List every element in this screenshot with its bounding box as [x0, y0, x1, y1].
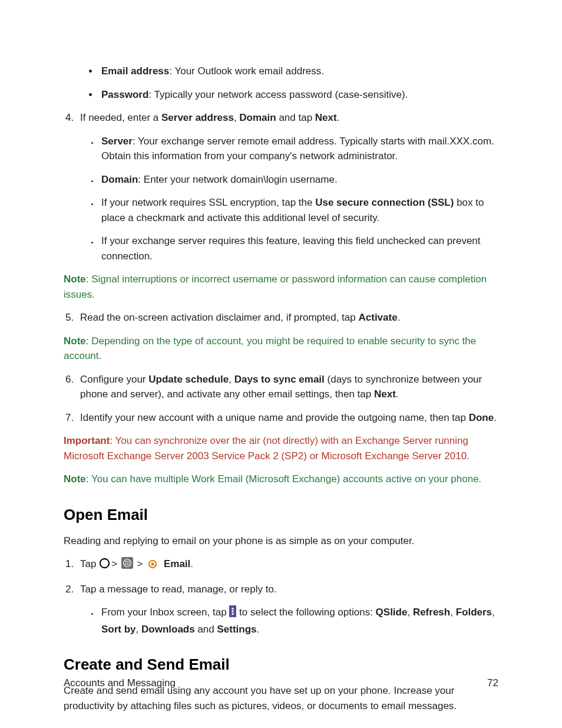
text: Configure your [80, 374, 148, 385]
sub-domain: Domain: Enter your network domain\login … [99, 172, 501, 187]
footer-section-title: Accounts and Messaging [64, 677, 176, 689]
bold: Settings [217, 624, 257, 635]
important-note: Important: You can synchronize over the … [64, 433, 501, 463]
bullet-email-address: Email address: Your Outlook work email a… [99, 64, 501, 79]
text: . [494, 412, 497, 423]
label: Email address [101, 65, 169, 77]
bold: Sort by [101, 624, 136, 635]
page-content: Email address: Your Outlook work email a… [64, 64, 501, 722]
label: Server [101, 136, 133, 147]
note-1: Note: Signal interruptions or incorrect … [64, 272, 501, 302]
open-step-2: Tap a message to read, manage, or reply … [77, 582, 501, 637]
bold: QSlide [376, 607, 408, 618]
heading-open-email: Open Email [64, 503, 501, 526]
note-text: : You can have multiple Work Email (Micr… [86, 473, 482, 485]
step-6: Configure your Update schedule, Days to … [77, 372, 501, 402]
text: , [234, 112, 239, 123]
text: If your exchange server requires this fe… [101, 235, 481, 262]
svg-point-10 [127, 564, 128, 565]
sub-ssl: If your network requires SSL encryption,… [99, 195, 501, 225]
bold: Done [469, 412, 494, 423]
bold: Server address [161, 112, 234, 123]
app-drawer-icon [121, 557, 133, 574]
label: Domain [101, 174, 138, 185]
text: , [136, 624, 141, 635]
footer-page-number: 72 [487, 677, 498, 689]
svg-point-8 [128, 562, 130, 564]
label: Password [101, 89, 148, 100]
text: Read the on-screen activation disclaimer… [80, 312, 358, 323]
open-email-steps: Tap > > Email. Tap a message to read, ma… [77, 556, 501, 637]
bold: Next [315, 112, 337, 123]
svg-point-7 [127, 562, 128, 564]
note-label: Note [64, 335, 86, 347]
text: , [407, 607, 412, 618]
svg-point-4 [127, 561, 128, 562]
svg-rect-16 [232, 608, 234, 610]
step4-sublist: Server: Your exchange server remote emai… [99, 134, 501, 264]
top-bullets: Email address: Your Outlook work email a… [99, 64, 501, 102]
note-label: Note [64, 473, 86, 485]
step-5-list: Read the on-screen activation disclaimer… [77, 310, 501, 325]
text: : Typically your network access password… [148, 89, 408, 100]
bold: Folders [456, 607, 492, 618]
text: . [257, 624, 260, 635]
step-5: Read the on-screen activation disclaimer… [77, 310, 501, 325]
bold: Next [374, 388, 396, 400]
svg-rect-18 [232, 613, 234, 615]
bold: Email [164, 558, 190, 569]
text: Identify your new account with a unique … [80, 412, 469, 423]
chevron: > [137, 558, 143, 569]
text: . [190, 558, 193, 569]
bold: Activate [358, 312, 397, 323]
bold: Days to sync email [234, 374, 325, 385]
text: , [229, 374, 234, 385]
svg-point-0 [100, 559, 109, 568]
inbox-options: From your Inbox screen, tap to select th… [99, 605, 501, 637]
note-text: : Depending on the type of account, you … [64, 335, 476, 362]
note-2: Note: Depending on the type of account, … [64, 334, 501, 364]
text: . [396, 388, 399, 400]
note-label: Note [64, 274, 86, 285]
text: Tap a message to read, manage, or reply … [80, 584, 277, 595]
open-email-intro: Reading and replying to email on your ph… [64, 533, 501, 549]
menu-overflow-icon [229, 605, 236, 622]
bold: Use secure connection (SSL) [315, 197, 454, 208]
bold: Domain [239, 112, 276, 123]
note-text: : Signal interruptions or incorrect user… [64, 274, 487, 300]
important-label: Important [64, 435, 110, 446]
bold: Downloads [141, 624, 195, 635]
steps-6-7: Configure your Update schedule, Days to … [77, 372, 501, 426]
svg-point-9 [125, 564, 126, 565]
text: If needed, enter a [80, 112, 161, 123]
steps-4-7: If needed, enter a Server address, Domai… [77, 110, 501, 263]
text: , [492, 607, 495, 618]
note-3: Note: You can have multiple Work Email (… [64, 472, 501, 487]
chevron: > [111, 558, 117, 569]
svg-point-5 [128, 561, 130, 562]
svg-point-3 [125, 561, 126, 562]
bullet-password: Password: Typically your network access … [99, 87, 501, 103]
step-4: If needed, enter a Server address, Domai… [77, 110, 501, 263]
important-text: : You can synchronize over the air (not … [64, 435, 470, 462]
open-step-1: Tap > > Email. [77, 556, 501, 574]
open-step2-sub: From your Inbox screen, tap to select th… [99, 605, 501, 637]
text: : Your Outlook work email address. [169, 65, 324, 77]
heading-create-send-email: Create and Send Email [64, 653, 501, 676]
text: to select the following options: [236, 607, 375, 618]
text: and tap [276, 112, 315, 123]
sub-unchecked: If your exchange server requires this fe… [99, 233, 501, 263]
text: Tap [80, 558, 99, 569]
svg-rect-17 [232, 611, 234, 612]
text: If your network requires SSL encryption,… [101, 197, 315, 208]
sub-server: Server: Your exchange server remote emai… [99, 134, 501, 164]
text: and [195, 624, 217, 635]
text: From your Inbox screen, tap [101, 607, 229, 618]
svg-point-14 [151, 563, 154, 566]
step-7: Identify your new account with a unique … [77, 410, 501, 426]
svg-point-11 [128, 564, 130, 565]
home-icon [99, 558, 110, 574]
text: . [337, 112, 340, 123]
bold: Refresh [413, 607, 450, 618]
text: , [450, 607, 455, 618]
